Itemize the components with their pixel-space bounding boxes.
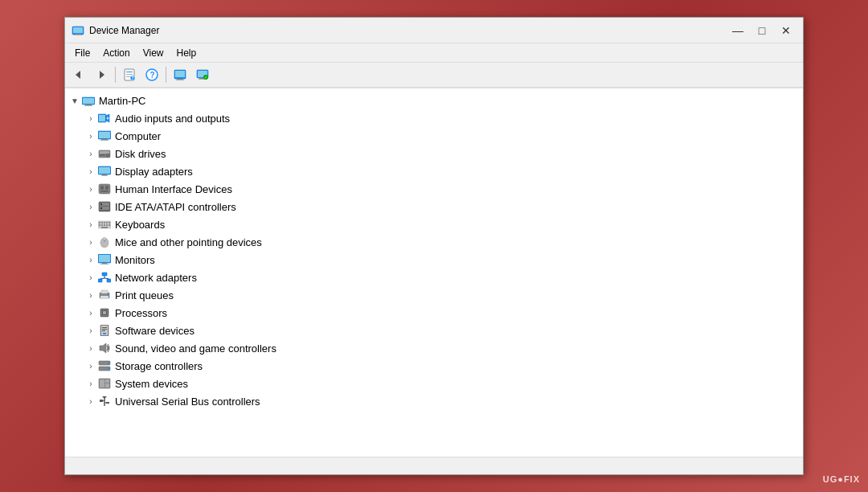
disk-icon: [97, 147, 112, 160]
minimize-button[interactable]: —: [727, 23, 748, 39]
expander[interactable]: ›: [84, 395, 97, 408]
svg-rect-91: [102, 330, 105, 331]
item-label: Sound, video and game controllers: [115, 342, 276, 355]
root-icon: [81, 94, 96, 107]
svg-rect-89: [102, 327, 107, 328]
svg-rect-61: [101, 224, 103, 226]
computer-button[interactable]: ✓: [192, 64, 213, 85]
menu-help[interactable]: Help: [170, 46, 203, 60]
item-label: Human Interface Devices: [115, 183, 232, 195]
item-label: Audio inputs and outputs: [115, 113, 230, 125]
svg-rect-99: [100, 379, 104, 387]
help-button[interactable]: ?: [141, 64, 162, 85]
svg-rect-2: [75, 34, 81, 35]
toolbar: ? ? ✓: [65, 63, 803, 88]
list-item[interactable]: › Disk drives: [65, 145, 803, 162]
item-label: Universal Serial Bus controllers: [115, 396, 260, 408]
list-item[interactable]: › Software devices: [65, 322, 803, 339]
tree-view[interactable]: ▼ Martin-PC ›: [65, 88, 803, 457]
expander[interactable]: ›: [84, 271, 97, 284]
list-item[interactable]: › Sound, video and game controllers: [65, 339, 803, 357]
window-icon: [72, 24, 84, 37]
svg-line-78: [104, 278, 109, 279]
expander[interactable]: ›: [84, 289, 97, 301]
usb-icon: [97, 395, 112, 408]
expander[interactable]: ›: [84, 306, 97, 319]
list-item[interactable]: › Monitors: [65, 251, 803, 269]
list-item[interactable]: › IDE ATA/ATAPI controllers: [65, 198, 803, 215]
list-item[interactable]: › Processors: [65, 304, 803, 322]
svg-rect-43: [102, 174, 107, 175]
list-item[interactable]: › Audio inputs and outputs: [65, 109, 803, 127]
expander[interactable]: ›: [84, 377, 97, 390]
list-item[interactable]: › Computer: [65, 127, 803, 145]
monitor-icon: [97, 253, 112, 266]
expander[interactable]: ›: [84, 342, 97, 355]
svg-rect-90: [102, 329, 107, 330]
window-controls: — □ ✕: [727, 23, 796, 39]
item-label: Storage controllers: [115, 360, 203, 372]
menu-file[interactable]: File: [68, 46, 96, 60]
svg-rect-37: [100, 151, 109, 154]
expander[interactable]: ›: [84, 200, 97, 213]
svg-rect-56: [101, 222, 103, 223]
svg-rect-58: [106, 222, 108, 223]
toolbar-sep-2: [166, 67, 166, 83]
close-button[interactable]: ✕: [776, 23, 796, 39]
svg-point-31: [107, 117, 109, 120]
list-item[interactable]: › Mice and other pointing devices: [65, 233, 803, 251]
expander[interactable]: ›: [84, 165, 97, 178]
root-expander[interactable]: ▼: [68, 94, 81, 107]
svg-point-96: [108, 362, 109, 363]
item-label: Keyboards: [115, 219, 165, 231]
list-item[interactable]: › Display adapters: [65, 162, 803, 180]
svg-rect-72: [100, 264, 108, 264]
list-item[interactable]: › Storage controllers: [65, 357, 803, 375]
svg-rect-62: [104, 224, 105, 226]
tree-root[interactable]: ▼ Martin-PC: [65, 92, 803, 109]
title-bar: Device Manager — □ ✕: [65, 18, 803, 43]
expander[interactable]: ›: [84, 236, 97, 248]
menu-view[interactable]: View: [137, 46, 170, 60]
forward-button[interactable]: [91, 64, 112, 85]
svg-point-39: [107, 154, 108, 156]
list-item[interactable]: › Universal Serial Bus controllers: [65, 392, 803, 410]
window-title: Device Manager: [89, 25, 727, 36]
computer-icon: [97, 129, 112, 142]
back-button[interactable]: [68, 64, 89, 85]
properties-button[interactable]: ?: [119, 64, 140, 85]
list-item[interactable]: › Network adapters: [65, 269, 803, 286]
maximize-button[interactable]: □: [751, 23, 772, 39]
expander[interactable]: ›: [84, 129, 97, 142]
svg-rect-86: [103, 311, 106, 314]
expander[interactable]: ›: [84, 253, 97, 266]
sound-icon: [97, 342, 112, 355]
expander[interactable]: ›: [84, 112, 97, 125]
list-item[interactable]: › Print queues: [65, 286, 803, 304]
list-item[interactable]: › Keyboards: [65, 215, 803, 233]
menu-action[interactable]: Action: [96, 46, 136, 60]
svg-rect-47: [105, 186, 108, 190]
list-item[interactable]: › System devices: [65, 375, 803, 392]
expander[interactable]: ›: [84, 324, 97, 337]
root-label: Martin-PC: [99, 95, 146, 107]
svg-rect-75: [107, 279, 111, 282]
svg-point-68: [103, 238, 106, 240]
list-item[interactable]: › Human Interface Devices: [65, 180, 803, 198]
hid-icon: [97, 182, 112, 195]
item-label: Computer: [115, 130, 161, 142]
expander[interactable]: ›: [84, 147, 97, 160]
svg-text:?: ?: [150, 71, 155, 80]
item-label: Network adapters: [115, 272, 197, 284]
item-label: Mice and other pointing devices: [115, 236, 262, 248]
show-hide-button[interactable]: [170, 64, 190, 85]
expander[interactable]: ›: [84, 182, 97, 195]
svg-rect-65: [101, 227, 108, 228]
svg-rect-16: [177, 79, 183, 80]
svg-rect-53: [100, 207, 102, 209]
device-manager-window: Device Manager — □ ✕ File Action View He…: [64, 17, 804, 475]
menu-bar: File Action View Help: [65, 43, 803, 63]
expander[interactable]: ›: [84, 218, 97, 231]
svg-rect-63: [106, 224, 108, 226]
expander[interactable]: ›: [84, 359, 97, 372]
